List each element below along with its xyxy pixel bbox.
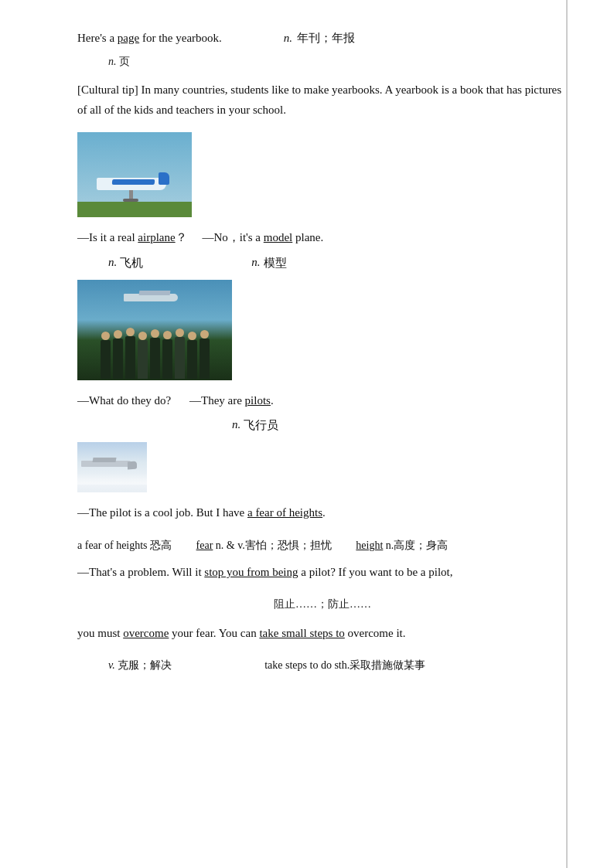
phrase-stop-you-from-being: stop you from being	[204, 566, 298, 578]
dialog2: —What do they do? —They are pilots.	[77, 391, 568, 411]
word-pilots: pilots	[245, 394, 271, 407]
airplane-image	[77, 132, 192, 217]
word-page: page	[118, 32, 139, 44]
chinese-stop: 阻止……；防止……	[77, 594, 568, 614]
intro-section: Here's a page for the yearbook. n. 年刊；年报	[77, 31, 568, 46]
intro-text: Here's a page for the yearbook.	[77, 32, 222, 45]
vocab-airplane-model: n. 飞机 n. 模型	[77, 256, 568, 271]
dialog4: —That's a problem. Will it stop you from…	[77, 563, 568, 583]
jet-image	[77, 442, 147, 492]
vocab-model: n. 模型	[251, 256, 286, 271]
vocab-overcome: v. 克服；解决	[108, 655, 172, 675]
word-model: model	[264, 231, 293, 243]
word-airplane: airplane	[138, 231, 175, 243]
vocab-airplane: n. 飞机	[108, 256, 143, 271]
phrase-fear-of-heights: a fear of heights	[247, 506, 322, 519]
vocab-overcome-takesteps: v. 克服；解决 take steps to do sth.采取措施做某事	[108, 655, 568, 675]
word-overcome: overcome	[123, 627, 169, 639]
vocab-fear-of-heights: a fear of heights 恐高 fear n. & v.害怕；恐惧；担…	[77, 536, 568, 555]
dialog3: —The pilot is a cool job. But I have a f…	[77, 503, 568, 523]
vocab-page-right: n. 年刊；年报	[284, 31, 355, 46]
pilots-image	[77, 280, 232, 380]
vocab-take-steps: take steps to do sth.采取措施做某事	[264, 655, 425, 675]
word-height: height	[356, 540, 383, 551]
word-fear: fear	[196, 540, 213, 551]
page-content: Here's a page for the yearbook. n. 年刊；年报…	[77, 31, 568, 675]
phrase-take-small-steps: take small steps to	[259, 627, 344, 639]
dialog1: —Is it a real airplane？ —No，it's a model…	[77, 228, 568, 248]
page-right-border	[566, 0, 568, 868]
vocab-pilots: n. 飞行员	[232, 418, 568, 433]
dialog5: you must overcome your fear. You can tak…	[77, 624, 568, 644]
chinese-note-page: n. 页	[108, 52, 568, 71]
cultural-tip: [Cultural tip] In many countries, studen…	[77, 80, 568, 120]
